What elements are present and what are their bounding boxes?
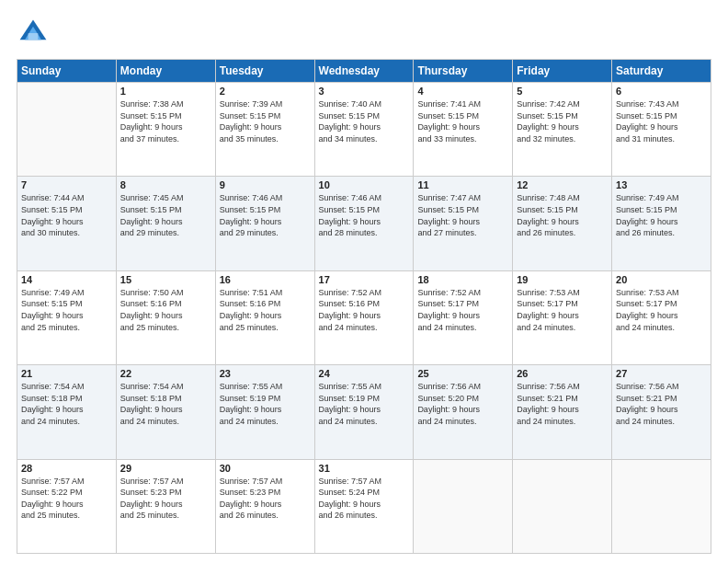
day-number: 6 xyxy=(616,86,707,97)
day-info: Sunrise: 7:57 AM Sunset: 5:24 PM Dayligh… xyxy=(319,476,410,522)
col-header-wednesday: Wednesday xyxy=(314,60,414,83)
calendar-cell xyxy=(612,459,711,553)
day-info: Sunrise: 7:55 AM Sunset: 5:19 PM Dayligh… xyxy=(220,381,311,427)
calendar-week-row: 28Sunrise: 7:57 AM Sunset: 5:22 PM Dayli… xyxy=(17,459,711,553)
calendar-week-row: 21Sunrise: 7:54 AM Sunset: 5:18 PM Dayli… xyxy=(17,365,711,459)
day-info: Sunrise: 7:57 AM Sunset: 5:23 PM Dayligh… xyxy=(120,476,211,522)
calendar-cell: 26Sunrise: 7:56 AM Sunset: 5:21 PM Dayli… xyxy=(513,365,612,459)
day-info: Sunrise: 7:56 AM Sunset: 5:20 PM Dayligh… xyxy=(417,381,508,427)
calendar-cell: 1Sunrise: 7:38 AM Sunset: 5:15 PM Daylig… xyxy=(116,83,215,177)
day-number: 14 xyxy=(21,274,112,285)
day-info: Sunrise: 7:46 AM Sunset: 5:15 PM Dayligh… xyxy=(220,192,311,238)
day-info: Sunrise: 7:42 AM Sunset: 5:15 PM Dayligh… xyxy=(517,98,608,144)
calendar-cell: 13Sunrise: 7:49 AM Sunset: 5:15 PM Dayli… xyxy=(612,177,711,270)
day-number: 9 xyxy=(220,179,311,190)
calendar-cell: 31Sunrise: 7:57 AM Sunset: 5:24 PM Dayli… xyxy=(314,459,414,553)
logo xyxy=(17,17,53,50)
calendar-table: SundayMondayTuesdayWednesdayThursdayFrid… xyxy=(17,59,711,554)
day-number: 4 xyxy=(417,86,508,97)
day-number: 16 xyxy=(220,274,311,285)
day-number: 15 xyxy=(120,274,211,285)
day-info: Sunrise: 7:56 AM Sunset: 5:21 PM Dayligh… xyxy=(517,381,608,427)
day-number: 27 xyxy=(616,368,707,379)
day-number: 25 xyxy=(417,368,508,379)
calendar-cell: 8Sunrise: 7:45 AM Sunset: 5:15 PM Daylig… xyxy=(116,177,215,270)
calendar-cell xyxy=(17,83,117,177)
day-number: 1 xyxy=(120,86,211,97)
calendar-cell: 3Sunrise: 7:40 AM Sunset: 5:15 PM Daylig… xyxy=(314,83,414,177)
day-number: 24 xyxy=(319,368,410,379)
calendar-header-row: SundayMondayTuesdayWednesdayThursdayFrid… xyxy=(17,60,711,83)
calendar-cell xyxy=(513,459,612,553)
calendar-cell: 7Sunrise: 7:44 AM Sunset: 5:15 PM Daylig… xyxy=(17,177,117,270)
calendar-cell: 21Sunrise: 7:54 AM Sunset: 5:18 PM Dayli… xyxy=(17,365,117,459)
calendar-cell: 18Sunrise: 7:52 AM Sunset: 5:17 PM Dayli… xyxy=(414,270,513,364)
day-number: 13 xyxy=(616,179,707,190)
day-info: Sunrise: 7:56 AM Sunset: 5:21 PM Dayligh… xyxy=(616,381,707,427)
day-info: Sunrise: 7:54 AM Sunset: 5:18 PM Dayligh… xyxy=(120,381,211,427)
svg-rect-2 xyxy=(28,33,39,40)
day-number: 10 xyxy=(319,179,410,190)
calendar-cell xyxy=(414,459,513,553)
calendar-week-row: 14Sunrise: 7:49 AM Sunset: 5:15 PM Dayli… xyxy=(17,270,711,364)
day-info: Sunrise: 7:54 AM Sunset: 5:18 PM Dayligh… xyxy=(21,381,112,427)
day-info: Sunrise: 7:44 AM Sunset: 5:15 PM Dayligh… xyxy=(21,192,112,238)
calendar-cell: 24Sunrise: 7:55 AM Sunset: 5:19 PM Dayli… xyxy=(314,365,414,459)
day-number: 7 xyxy=(21,179,112,190)
day-number: 12 xyxy=(517,179,608,190)
calendar-cell: 23Sunrise: 7:55 AM Sunset: 5:19 PM Dayli… xyxy=(215,365,314,459)
calendar-cell: 9Sunrise: 7:46 AM Sunset: 5:15 PM Daylig… xyxy=(215,177,314,270)
day-number: 2 xyxy=(220,86,311,97)
header xyxy=(17,17,711,50)
calendar-cell: 6Sunrise: 7:43 AM Sunset: 5:15 PM Daylig… xyxy=(612,83,711,177)
calendar-cell: 2Sunrise: 7:39 AM Sunset: 5:15 PM Daylig… xyxy=(215,83,314,177)
day-info: Sunrise: 7:39 AM Sunset: 5:15 PM Dayligh… xyxy=(220,98,311,144)
day-number: 20 xyxy=(616,274,707,285)
day-info: Sunrise: 7:52 AM Sunset: 5:17 PM Dayligh… xyxy=(417,287,508,333)
calendar-cell: 16Sunrise: 7:51 AM Sunset: 5:16 PM Dayli… xyxy=(215,270,314,364)
day-number: 11 xyxy=(417,179,508,190)
calendar-cell: 5Sunrise: 7:42 AM Sunset: 5:15 PM Daylig… xyxy=(513,83,612,177)
day-number: 17 xyxy=(319,274,410,285)
page: SundayMondayTuesdayWednesdayThursdayFrid… xyxy=(0,0,728,563)
col-header-sunday: Sunday xyxy=(17,60,117,83)
day-info: Sunrise: 7:45 AM Sunset: 5:15 PM Dayligh… xyxy=(120,192,211,238)
day-info: Sunrise: 7:47 AM Sunset: 5:15 PM Dayligh… xyxy=(417,192,508,238)
day-number: 29 xyxy=(120,463,211,474)
calendar-week-row: 1Sunrise: 7:38 AM Sunset: 5:15 PM Daylig… xyxy=(17,83,711,177)
day-info: Sunrise: 7:53 AM Sunset: 5:17 PM Dayligh… xyxy=(616,287,707,333)
day-number: 21 xyxy=(21,368,112,379)
col-header-monday: Monday xyxy=(116,60,215,83)
col-header-friday: Friday xyxy=(513,60,612,83)
logo-icon xyxy=(17,17,50,50)
calendar-cell: 10Sunrise: 7:46 AM Sunset: 5:15 PM Dayli… xyxy=(314,177,414,270)
calendar-cell: 27Sunrise: 7:56 AM Sunset: 5:21 PM Dayli… xyxy=(612,365,711,459)
calendar-cell: 20Sunrise: 7:53 AM Sunset: 5:17 PM Dayli… xyxy=(612,270,711,364)
day-info: Sunrise: 7:38 AM Sunset: 5:15 PM Dayligh… xyxy=(120,98,211,144)
calendar-cell: 30Sunrise: 7:57 AM Sunset: 5:23 PM Dayli… xyxy=(215,459,314,553)
calendar-cell: 14Sunrise: 7:49 AM Sunset: 5:15 PM Dayli… xyxy=(17,270,117,364)
day-number: 3 xyxy=(319,86,410,97)
day-number: 5 xyxy=(517,86,608,97)
day-number: 18 xyxy=(417,274,508,285)
day-number: 19 xyxy=(517,274,608,285)
calendar-cell: 28Sunrise: 7:57 AM Sunset: 5:22 PM Dayli… xyxy=(17,459,117,553)
day-info: Sunrise: 7:48 AM Sunset: 5:15 PM Dayligh… xyxy=(517,192,608,238)
day-info: Sunrise: 7:55 AM Sunset: 5:19 PM Dayligh… xyxy=(319,381,410,427)
day-info: Sunrise: 7:57 AM Sunset: 5:23 PM Dayligh… xyxy=(220,476,311,522)
day-info: Sunrise: 7:40 AM Sunset: 5:15 PM Dayligh… xyxy=(319,98,410,144)
calendar-cell: 11Sunrise: 7:47 AM Sunset: 5:15 PM Dayli… xyxy=(414,177,513,270)
day-info: Sunrise: 7:41 AM Sunset: 5:15 PM Dayligh… xyxy=(417,98,508,144)
col-header-saturday: Saturday xyxy=(612,60,711,83)
calendar-cell: 15Sunrise: 7:50 AM Sunset: 5:16 PM Dayli… xyxy=(116,270,215,364)
day-info: Sunrise: 7:51 AM Sunset: 5:16 PM Dayligh… xyxy=(220,287,311,333)
day-number: 23 xyxy=(220,368,311,379)
day-number: 26 xyxy=(517,368,608,379)
day-number: 30 xyxy=(220,463,311,474)
day-info: Sunrise: 7:43 AM Sunset: 5:15 PM Dayligh… xyxy=(616,98,707,144)
calendar-cell: 17Sunrise: 7:52 AM Sunset: 5:16 PM Dayli… xyxy=(314,270,414,364)
day-info: Sunrise: 7:49 AM Sunset: 5:15 PM Dayligh… xyxy=(21,287,112,333)
day-number: 31 xyxy=(319,463,410,474)
calendar-cell: 22Sunrise: 7:54 AM Sunset: 5:18 PM Dayli… xyxy=(116,365,215,459)
calendar-cell: 4Sunrise: 7:41 AM Sunset: 5:15 PM Daylig… xyxy=(414,83,513,177)
